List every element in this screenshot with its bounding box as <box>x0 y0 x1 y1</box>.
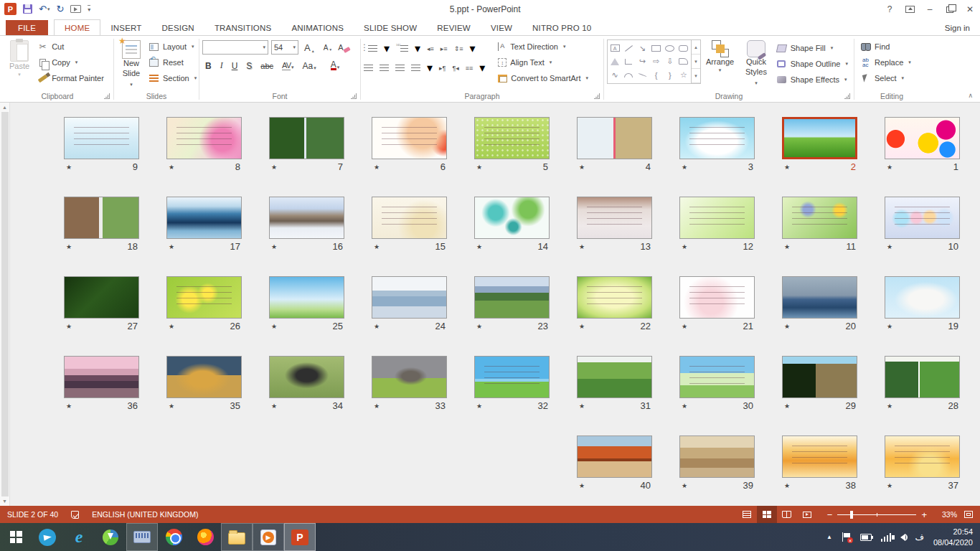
slide-36-baobab-sunset[interactable]: ★36 <box>64 356 139 435</box>
font-color-button[interactable]: A▾ <box>328 60 343 72</box>
slide-25-sky-banners[interactable]: ★25 <box>269 276 344 356</box>
taskbar-powerpoint[interactable]: P <box>284 523 316 551</box>
undo-button[interactable]: ↶▾ <box>39 4 50 14</box>
start-from-beginning-icon[interactable] <box>70 5 81 13</box>
battery-icon[interactable] <box>860 534 872 541</box>
shape-outline-button[interactable]: Shape Outline▾ <box>773 56 851 72</box>
close-button[interactable]: ✕ <box>960 1 980 17</box>
slide-thumbnail[interactable] <box>269 117 344 159</box>
slide-2-green-globe-title[interactable]: ★2 <box>782 117 857 197</box>
slide-13-beige-text[interactable]: ★13 <box>577 197 652 276</box>
decrease-indent-button[interactable]: ◂≡ <box>427 45 434 52</box>
shapes-gallery-scroll[interactable]: ▲ ▼ ▼ <box>692 39 701 84</box>
slide-15-cream-text[interactable]: ★15 <box>372 197 447 276</box>
fit-slide-to-window-button[interactable] <box>964 511 973 518</box>
tab-insert[interactable]: INSERT <box>100 20 151 35</box>
align-text-button[interactable]: ↕Align Text▾ <box>495 55 591 70</box>
shape-effects-button[interactable]: Shape Effects▾ <box>773 72 851 88</box>
slide-31-green-meadow[interactable]: ★31 <box>577 356 652 435</box>
slide-thumbnail[interactable] <box>166 197 242 239</box>
bullets-button[interactable] <box>368 45 377 52</box>
sign-in-link[interactable]: Sign in <box>945 24 970 32</box>
slide-16-mountain-peak[interactable]: ★16 <box>269 197 344 276</box>
slide-33-elephant[interactable]: ★33 <box>372 356 447 435</box>
slide-thumbnail[interactable] <box>577 117 652 159</box>
slide-thumbnail[interactable] <box>166 117 242 159</box>
slide-10-thought-clouds[interactable]: ★10 <box>885 197 960 276</box>
quick-styles-button[interactable]: Quick Styles ▾ <box>739 39 773 87</box>
ribbon-display-options-button[interactable] <box>900 1 920 17</box>
right-to-left-button[interactable]: ¶◂ <box>452 65 458 72</box>
slide-thumbnail[interactable] <box>679 117 755 159</box>
slide-thumbnail[interactable] <box>782 356 857 398</box>
slide-6-peach-flowers-text[interactable]: ★6 <box>372 117 447 197</box>
paragraph-dialog-launcher[interactable] <box>594 93 600 99</box>
taskbar-internet-explorer[interactable]: e <box>63 523 95 551</box>
slide-thumbnail[interactable] <box>372 117 447 159</box>
slide-thumbnail[interactable] <box>269 197 344 239</box>
slide-39-desert-camels[interactable]: ★39 <box>679 435 755 506</box>
decrease-font-size-button[interactable]: A <box>321 42 336 53</box>
replace-button[interactable]: abacReplace▾ <box>857 55 926 70</box>
slide-26-yellow-leaves-text[interactable]: ★26 <box>166 276 242 356</box>
slide-thumbnail[interactable] <box>64 117 139 159</box>
left-to-right-button[interactable]: ▸¶ <box>439 65 446 72</box>
tab-nitro-pro-10[interactable]: NITRO PRO 10 <box>522 20 601 35</box>
slide-thumbnail[interactable] <box>166 356 242 398</box>
action-center-flag-icon[interactable]: ✕ <box>842 532 851 542</box>
slide-thumbnail[interactable] <box>269 356 344 398</box>
tab-design[interactable]: DESIGN <box>152 20 204 35</box>
slide-thumbnail[interactable] <box>679 435 755 478</box>
text-shadow-button[interactable]: S <box>243 60 255 72</box>
font-name-combobox[interactable]: ▾ <box>202 40 268 55</box>
input-language-badge[interactable]: ف <box>915 532 923 542</box>
taskbar-file-explorer[interactable] <box>221 523 253 551</box>
increase-indent-button[interactable]: ▸≡ <box>440 45 448 52</box>
zoom-in-button[interactable]: + <box>921 509 927 520</box>
slide-4-polar-bear-cactus[interactable]: ★4 <box>577 117 652 197</box>
slide-thumbnail[interactable] <box>64 197 139 239</box>
cut-button[interactable]: ✂Cut <box>34 39 107 55</box>
slide-32-sky-grass-text2[interactable]: ★32 <box>474 356 550 435</box>
slide-14-world-map[interactable]: ★14 <box>474 197 550 276</box>
scroll-down-icon[interactable]: ▼ <box>2 497 7 505</box>
numbering-button[interactable] <box>400 45 408 52</box>
start-button[interactable] <box>0 523 32 551</box>
copy-button[interactable]: Copy▾ <box>34 55 107 70</box>
powerpoint-logo-icon[interactable]: P <box>4 3 17 15</box>
slide-thumbnail[interactable] <box>782 276 857 319</box>
slide-thumbnail[interactable] <box>885 197 960 239</box>
strikethrough-button[interactable]: abc <box>258 60 276 72</box>
slide-21-feather-text[interactable]: ★21 <box>679 276 755 356</box>
columns-button[interactable]: ≡≡ <box>466 65 473 72</box>
slide-7-forest-pair[interactable]: ★7 <box>269 117 344 197</box>
slide-22-holly-frame-text[interactable]: ★22 <box>577 276 652 356</box>
taskbar-firefox[interactable] <box>189 523 221 551</box>
zoom-percentage[interactable]: 33% <box>933 510 957 519</box>
slide-thumbnail[interactable] <box>166 276 242 319</box>
slide-11-sun-cloud-green[interactable]: ★11 <box>782 197 857 276</box>
slide-thumbnail[interactable] <box>679 276 755 319</box>
font-dialog-launcher[interactable] <box>351 93 357 99</box>
slide-thumbnail[interactable] <box>577 276 652 319</box>
format-painter-button[interactable]: Format Painter <box>34 70 107 86</box>
tab-review[interactable]: REVIEW <box>427 20 481 35</box>
tab-animations[interactable]: ANIMATIONS <box>281 20 354 35</box>
slide-thumbnail[interactable] <box>782 117 857 159</box>
zoom-slider-thumb[interactable] <box>850 511 853 519</box>
increase-font-size-button[interactable]: A <box>301 41 318 55</box>
italic-button[interactable]: I <box>217 59 226 72</box>
slide-18-tundra-pair[interactable]: ★18 <box>64 197 139 276</box>
slide-28-bamboo-pair[interactable]: ★28 <box>885 356 960 435</box>
slide-1-flowers-butterfly[interactable]: ★1 <box>885 117 960 197</box>
slide-thumbnail[interactable] <box>474 117 550 159</box>
slide-5-green-dots-pencils[interactable]: ★5 <box>474 117 550 197</box>
slide-thumbnail[interactable] <box>64 276 139 319</box>
align-left-button[interactable] <box>364 65 373 71</box>
slide-40-red-dune[interactable]: ★40 <box>577 435 652 506</box>
taskbar-clock[interactable]: 20:54 08/04/2020 <box>933 527 973 548</box>
tab-file[interactable]: FILE <box>6 20 48 35</box>
slide-19-polar-bear-family[interactable]: ★19 <box>885 276 960 356</box>
slide-thumbnail[interactable] <box>372 197 447 239</box>
find-button[interactable]: Find <box>857 39 926 55</box>
